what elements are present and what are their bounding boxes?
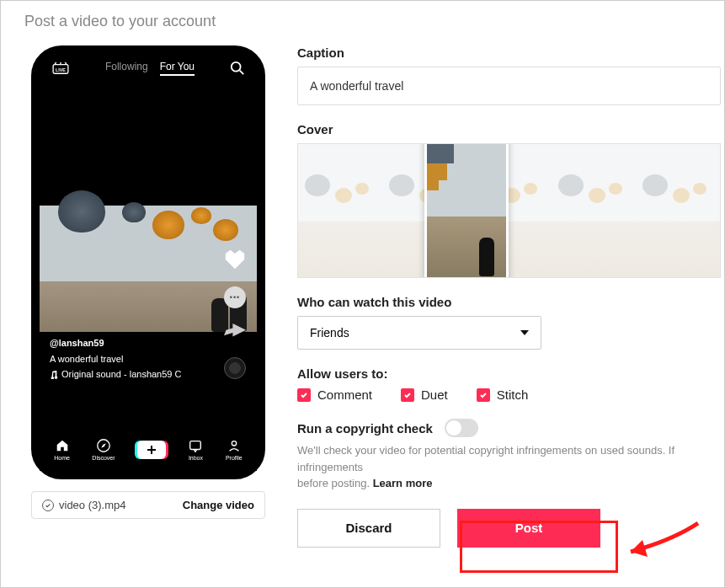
share-icon[interactable] bbox=[224, 323, 246, 342]
caret-down-icon bbox=[520, 330, 529, 335]
svg-rect-5 bbox=[190, 441, 201, 450]
svg-line-3 bbox=[240, 71, 244, 75]
visibility-label: Who can watch this video bbox=[297, 295, 721, 309]
username[interactable]: @lanshan59 bbox=[50, 335, 181, 351]
filename: video (3).mp4 bbox=[59, 499, 125, 511]
sound-disc-icon[interactable] bbox=[224, 357, 246, 379]
svg-point-2 bbox=[232, 62, 241, 72]
nav-profile[interactable]: Profile bbox=[226, 438, 243, 461]
caption-label: Caption bbox=[297, 45, 721, 60]
learn-more-link[interactable]: Learn more bbox=[373, 477, 433, 489]
checkbox-comment[interactable]: Comment bbox=[297, 388, 372, 402]
checkbox-stitch[interactable]: Stitch bbox=[477, 388, 529, 402]
file-row: video (3).mp4 Change video bbox=[31, 491, 265, 519]
phone-preview: LIVE Following For You ••• bbox=[31, 45, 265, 479]
video-caption: A wonderful travel bbox=[50, 351, 181, 367]
copyright-label: Run a copyright check bbox=[297, 421, 433, 436]
nav-inbox[interactable]: Inbox bbox=[188, 438, 203, 461]
nav-create[interactable] bbox=[137, 441, 166, 459]
copyright-toggle[interactable] bbox=[445, 419, 478, 437]
discard-button[interactable]: Discard bbox=[297, 509, 440, 548]
svg-point-6 bbox=[232, 441, 236, 446]
change-video-link[interactable]: Change video bbox=[183, 499, 254, 511]
tab-following[interactable]: Following bbox=[105, 61, 148, 76]
visibility-select[interactable]: Friends bbox=[297, 316, 541, 350]
allow-label: Allow users to: bbox=[297, 366, 721, 381]
live-icon[interactable]: LIVE bbox=[51, 61, 70, 75]
video-preview[interactable]: ••• @lanshan59 A wonderful travel Origin… bbox=[40, 79, 257, 433]
like-icon[interactable] bbox=[223, 248, 247, 271]
selected-cover-thumb[interactable] bbox=[424, 143, 509, 278]
nav-discover[interactable]: Discover bbox=[92, 438, 115, 461]
cover-selector[interactable] bbox=[297, 143, 721, 278]
comment-icon[interactable]: ••• bbox=[224, 286, 246, 308]
copyright-helper: We'll check your video for potential cop… bbox=[297, 442, 721, 492]
search-icon[interactable] bbox=[230, 61, 245, 76]
music-info[interactable]: Original sound - lanshan59 C bbox=[50, 366, 181, 382]
post-button[interactable]: Post bbox=[457, 509, 600, 548]
page-title: Post a video to your account bbox=[1, 1, 724, 30]
checkbox-duet[interactable]: Duet bbox=[401, 388, 448, 402]
music-note-icon bbox=[50, 371, 58, 379]
svg-text:LIVE: LIVE bbox=[56, 67, 66, 72]
caption-input[interactable] bbox=[297, 67, 721, 105]
check-circle-icon bbox=[42, 500, 54, 511]
tab-for-you[interactable]: For You bbox=[160, 61, 195, 76]
cover-label: Cover bbox=[297, 122, 721, 136]
nav-home[interactable]: Home bbox=[54, 438, 70, 461]
